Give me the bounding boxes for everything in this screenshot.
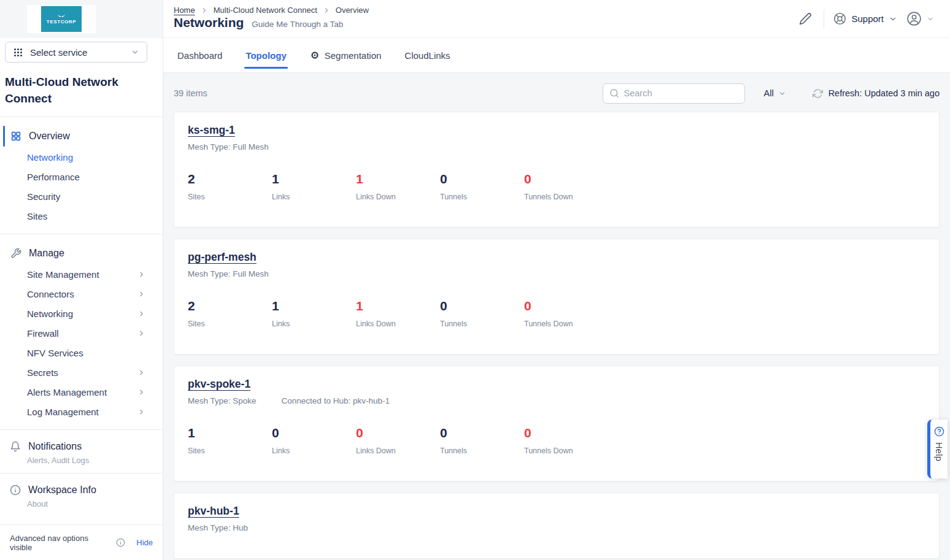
tab-dashboard[interactable]: Dashboard xyxy=(176,48,223,63)
support-menu[interactable]: Support xyxy=(833,12,897,25)
sidebar-section-label: Manage xyxy=(29,248,64,259)
grid-icon xyxy=(10,131,21,142)
sidebar-item-log-management[interactable]: Log Management xyxy=(0,402,163,421)
mesh-card: ks-smg-1 Mesh Type: Full Mesh 2Sites 1Li… xyxy=(174,112,940,228)
stat-tunnels: 0Tunnels xyxy=(440,299,524,328)
help-circle-icon xyxy=(934,426,944,437)
refresh-label: Refresh: Updated 3 min ago xyxy=(828,88,940,98)
chevron-down-icon xyxy=(131,48,139,56)
select-service-dropdown[interactable]: Select service xyxy=(5,42,147,63)
help-label: Help xyxy=(934,442,944,461)
mesh-card: pkv-spoke-1 Mesh Type: Spoke Connected t… xyxy=(174,366,940,481)
breadcrumb-home-link[interactable]: Home xyxy=(174,6,195,15)
sidebar: TESTCORP Select service Multi-Cloud Netw… xyxy=(0,0,163,560)
avatar-icon xyxy=(906,11,922,26)
stat-tunnels-down: 0Tunnels Down xyxy=(524,426,608,455)
chevron-right-icon xyxy=(137,388,145,396)
sidebar-item-site-management[interactable]: Site Management xyxy=(0,264,163,284)
sidebar-item-sublabel: About xyxy=(0,499,163,508)
toolbar-right: All Refresh: Updated 3 min ago xyxy=(603,83,940,104)
stat-sites: 2Sites xyxy=(188,299,272,328)
sidebar-item-label: Networking xyxy=(27,309,73,319)
mesh-stats: 2Sites 1Links 1Links Down 0Tunnels 0Tunn… xyxy=(188,299,924,328)
mesh-title-link[interactable]: pkv-hub-1 xyxy=(188,505,239,518)
chevron-right-icon xyxy=(137,270,145,278)
tabs-bar: Dashboard Topology Segmentation CloudLin… xyxy=(163,38,950,73)
sidebar-item-label: Alerts Management xyxy=(27,387,107,397)
sidebar-item-label: Connectors xyxy=(27,289,74,299)
hide-nav-link[interactable]: Hide xyxy=(136,538,153,547)
info-icon xyxy=(116,538,125,547)
divider xyxy=(824,10,824,28)
main-area: Home Multi-Cloud Network Connect Overvie… xyxy=(163,0,950,560)
page-header: Home Multi-Cloud Network Connect Overvie… xyxy=(163,0,950,38)
mesh-title-link[interactable]: ks-smg-1 xyxy=(188,124,235,137)
sidebar-item-secrets[interactable]: Secrets xyxy=(0,362,163,382)
sidebar-item-sites[interactable]: Sites xyxy=(0,206,163,226)
testcorp-logo: TESTCORP xyxy=(41,6,82,32)
wings-icon xyxy=(56,13,66,18)
mesh-meta: Mesh Type: Hub xyxy=(188,523,924,532)
mesh-title-link[interactable]: pg-perf-mesh xyxy=(188,251,257,264)
sidebar-item-networking-manage[interactable]: Networking xyxy=(0,304,163,323)
guide-me-link[interactable]: Guide Me Through a Tab xyxy=(252,20,343,29)
sidebar-item-performance[interactable]: Performance xyxy=(0,167,163,186)
stat-sites: 1Sites xyxy=(188,426,272,455)
stat-links-down: 0Links Down xyxy=(356,426,440,455)
sidebar-item-workspace-info[interactable]: Workspace Info xyxy=(0,481,163,499)
breadcrumb-item[interactable]: Multi-Cloud Network Connect xyxy=(214,6,317,15)
stat-links-down: 1Links Down xyxy=(356,299,440,328)
search-input[interactable] xyxy=(624,88,739,98)
sidebar-section-manage: Manage xyxy=(0,242,163,264)
sidebar-item-label: Notifications xyxy=(28,441,82,452)
sidebar-item-notifications[interactable]: Notifications xyxy=(0,438,163,455)
sidebar-item-networking[interactable]: Networking xyxy=(0,147,163,167)
sidebar-item-connectors[interactable]: Connectors xyxy=(0,284,163,304)
sidebar-item-nfv-services[interactable]: NFV Services xyxy=(0,343,163,362)
info-icon xyxy=(10,485,21,496)
toolbar: 39 items All xyxy=(174,82,940,105)
chevron-right-icon xyxy=(137,408,145,416)
tab-cloudlinks[interactable]: CloudLinks xyxy=(403,48,451,63)
search-icon xyxy=(609,88,619,98)
logo-strip: TESTCORP xyxy=(0,0,163,38)
sidebar-item-label: Performance xyxy=(27,172,80,182)
select-service-label: Select service xyxy=(30,47,87,58)
nav-section-workspace-info: Workspace Info About xyxy=(0,474,163,516)
search-box xyxy=(603,83,745,104)
mesh-type: Mesh Type: Full Mesh xyxy=(188,269,269,278)
stat-sites: 2Sites xyxy=(188,172,272,201)
sidebar-footer: Advanced nav options visible Hide xyxy=(0,524,163,560)
tab-segmentation[interactable]: Segmentation xyxy=(309,48,383,63)
stat-links: 1Links xyxy=(272,299,356,328)
stat-tunnels: 0Tunnels xyxy=(440,426,524,455)
app-root: TESTCORP Select service Multi-Cloud Netw… xyxy=(0,0,950,560)
chevron-down-icon xyxy=(778,90,786,98)
sidebar-item-security[interactable]: Security xyxy=(0,186,163,206)
mesh-type: Mesh Type: Spoke xyxy=(188,396,257,405)
mesh-title-link[interactable]: pkv-spoke-1 xyxy=(188,378,250,391)
pen-icon[interactable] xyxy=(797,10,814,28)
support-label: Support xyxy=(851,13,884,24)
waffle-grid-icon xyxy=(13,47,23,58)
user-menu[interactable] xyxy=(906,11,934,26)
mesh-type: Mesh Type: Hub xyxy=(188,523,248,532)
sidebar-item-label: Workspace Info xyxy=(28,485,96,496)
help-tab[interactable]: Help xyxy=(927,420,948,478)
sidebar-item-sublabel: Alerts, Audit Logs xyxy=(0,456,163,465)
sidebar-item-overview[interactable]: Overview xyxy=(0,125,163,147)
page-header-left: Home Multi-Cloud Network Connect Overvie… xyxy=(174,0,369,37)
title-row: Networking Guide Me Through a Tab xyxy=(174,15,369,30)
tab-topology[interactable]: Topology xyxy=(244,48,287,63)
sidebar-item-alerts-management[interactable]: Alerts Management xyxy=(0,382,163,402)
mesh-card-list: ks-smg-1 Mesh Type: Full Mesh 2Sites 1Li… xyxy=(174,112,940,559)
sidebar-item-label: Networking xyxy=(27,152,73,163)
filter-dropdown[interactable]: All xyxy=(764,88,786,98)
sidebar-item-firewall[interactable]: Firewall xyxy=(0,323,163,343)
sidebar-item-label: NFV Services xyxy=(27,348,83,358)
refresh-button[interactable]: Refresh: Updated 3 min ago xyxy=(813,88,940,99)
sidebar-item-label: Security xyxy=(27,191,60,202)
tab-label: Segmentation xyxy=(325,50,382,61)
stat-tunnels-down: 0Tunnels Down xyxy=(524,299,608,328)
stat-tunnels-down: 0Tunnels Down xyxy=(524,172,608,201)
